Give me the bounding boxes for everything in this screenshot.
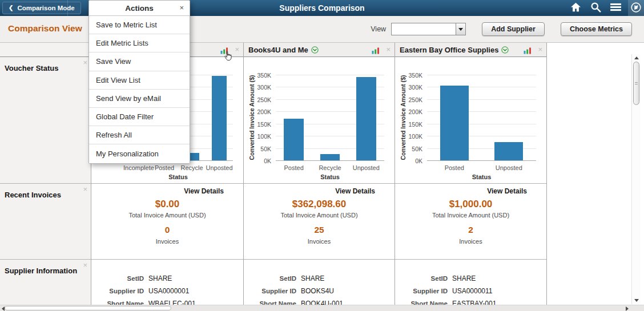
row-label-cell-recent-invoices: Recent Invoices × — [0, 184, 91, 260]
supplier-id-label: Supplier ID — [395, 288, 448, 294]
setid-label: SetID — [244, 275, 296, 282]
horizontal-scrollbar-thumb[interactable] — [5, 306, 171, 310]
close-icon[interactable]: × — [83, 185, 87, 193]
invoice-count: 25 — [244, 225, 395, 235]
supplier-id-label: Supplier ID — [244, 288, 296, 294]
close-icon[interactable]: × — [386, 46, 391, 53]
chart-category-label: Unposted — [348, 164, 384, 171]
comparison-view-heading: Comparison View — [8, 23, 82, 34]
view-label: View — [371, 25, 386, 33]
chart-category-label: Recycle — [178, 164, 206, 171]
close-icon[interactable]: × — [538, 46, 542, 53]
chart-category-label: Posted — [427, 164, 482, 171]
chart-category-label: Posted — [276, 164, 312, 171]
vertical-scrollbar-thumb[interactable] — [633, 62, 639, 105]
supplier-name: Books4U and Me — [248, 46, 308, 54]
scrollbar-grip — [635, 82, 638, 84]
chart-bar[interactable] — [356, 77, 376, 160]
recent-invoices-cell: View Details $362,098.60 Total Invoice A… — [244, 184, 395, 260]
chart-bar[interactable] — [494, 142, 523, 160]
voucher-status-chart: 0K50K100K150K200K250K300K350KPostedUnpos… — [395, 57, 546, 183]
view-details-link[interactable]: View Details — [184, 187, 224, 195]
close-icon[interactable]: × — [83, 261, 87, 269]
voucher-status-chart: 0K50K100K150K200K250K300K350KPostedRecyc… — [244, 57, 395, 183]
invoice-count-label: Invoices — [91, 238, 243, 245]
menu-item-global-date-filter[interactable]: Global Date Filter — [89, 108, 190, 126]
search-icon — [590, 2, 601, 14]
supplier-id-label: Supplier ID — [91, 288, 144, 294]
view-dropdown-arrow-button[interactable] — [456, 23, 465, 35]
menu-item-refresh-all[interactable]: Refresh All — [89, 126, 190, 144]
chart-category-label: Unposted — [482, 164, 537, 171]
chart-yaxis-title: Converted Invoice Amount ($) — [248, 75, 255, 160]
row-label-supplier-information: Supplier Information — [5, 266, 77, 275]
chart-bar[interactable] — [320, 154, 340, 160]
choose-metrics-button[interactable]: Choose Metrics — [561, 22, 632, 36]
scroll-right-arrow-icon[interactable] — [626, 306, 629, 311]
recent-invoices-cell: View Details $0.00 Total Invoice Amount … — [91, 184, 243, 260]
scroll-up-arrow-icon[interactable] — [634, 56, 639, 59]
chart-bar[interactable] — [284, 119, 304, 160]
menu-item-edit-view-list[interactable]: Edit View List — [89, 71, 190, 90]
home-icon — [570, 2, 581, 14]
close-icon[interactable]: × — [83, 59, 87, 66]
close-icon[interactable]: × — [179, 4, 184, 11]
supplier-header-3: Eastern Bay Office Supplies × — [395, 43, 546, 57]
chart-icon[interactable] — [372, 46, 380, 56]
supplier-info-cell: SetIDSHARE Supplier IDBOOKS4U Short Name… — [244, 260, 395, 305]
home-button[interactable] — [568, 0, 583, 16]
search-button[interactable] — [588, 0, 603, 16]
supplier-info-cell: SetIDSHARE Supplier IDUSA0000011 Short N… — [395, 260, 546, 305]
chart-category-label: Recycle — [312, 164, 348, 171]
chevron-down-icon — [458, 28, 463, 31]
grid-corner-cell — [0, 43, 91, 57]
menu-item-send-view-by-email[interactable]: Send View by eMail — [89, 90, 190, 108]
chart-xaxis-title: Status — [427, 173, 536, 180]
row-labels-column: Voucher Status × Recent Invoices × Suppl… — [0, 43, 91, 305]
total-invoice-amount: $0.00 — [91, 199, 243, 210]
scroll-down-arrow-icon[interactable] — [634, 299, 639, 302]
comparison-view-heading-group: Comparison View — [8, 23, 96, 34]
chart-yaxis-title: Converted Invoice Amount ($) — [400, 75, 406, 160]
view-details-link[interactable]: View Details — [487, 187, 527, 195]
menu-item-save-view[interactable]: Save View — [89, 52, 190, 71]
related-actions-icon[interactable] — [311, 46, 319, 54]
row-label-cell-voucher-status: Voucher Status × — [0, 57, 91, 184]
add-supplier-button[interactable]: Add Supplier — [482, 22, 545, 36]
main-menu-button[interactable] — [608, 0, 623, 16]
menu-item-my-personalization[interactable]: My Personalization — [89, 144, 190, 163]
menu-item-save-to-metric-list[interactable]: Save to Metric List — [89, 16, 190, 34]
topbar-icon-group — [568, 0, 644, 16]
supplier-header-2: Books4U and Me × — [244, 43, 395, 57]
supplier-name: Eastern Bay Office Supplies — [400, 46, 498, 54]
total-invoice-amount-label: Total Invoice Amount (USD) — [395, 212, 546, 219]
supplier-column-2: Books4U and Me × 0K50K100K150K200K250K30… — [244, 43, 395, 305]
horizontal-scrollbar[interactable] — [0, 305, 644, 311]
chart-icon[interactable] — [220, 46, 228, 56]
comparison-grid: Voucher Status × Recent Invoices × Suppl… — [0, 43, 547, 305]
hamburger-menu-icon — [610, 3, 621, 13]
view-dropdown[interactable] — [391, 23, 466, 35]
menu-item-edit-metric-lists[interactable]: Edit Metric Lists — [89, 34, 190, 52]
navbar-button[interactable] — [628, 0, 644, 16]
actions-menu-title: Actions — [125, 4, 154, 13]
actions-menu: Actions × Save to Metric List Edit Metri… — [88, 0, 190, 164]
setid-label: SetID — [395, 275, 448, 282]
supplier-id-value: USA0000011 — [452, 287, 493, 295]
chart-bar[interactable] — [440, 86, 469, 160]
view-details-link[interactable]: View Details — [335, 187, 375, 195]
invoice-count-label: Invoices — [244, 238, 395, 245]
chart-gridline — [276, 160, 384, 161]
chart-gridline — [276, 75, 384, 75]
supplier-column-3: Eastern Bay Office Supplies × 0K50K100K1… — [395, 43, 547, 305]
close-icon[interactable]: × — [235, 46, 239, 53]
chart-xaxis-title: Status — [123, 173, 233, 180]
related-actions-icon[interactable] — [501, 46, 509, 54]
invoice-count: 2 — [395, 225, 546, 235]
total-invoice-amount-label: Total Invoice Amount (USD) — [91, 212, 243, 219]
chart-bar[interactable] — [212, 76, 227, 160]
total-invoice-amount-label: Total Invoice Amount (USD) — [244, 212, 395, 219]
invoice-count-label: Invoices — [395, 238, 546, 245]
vertical-scrollbar[interactable] — [631, 54, 641, 304]
chart-icon[interactable] — [524, 46, 532, 56]
